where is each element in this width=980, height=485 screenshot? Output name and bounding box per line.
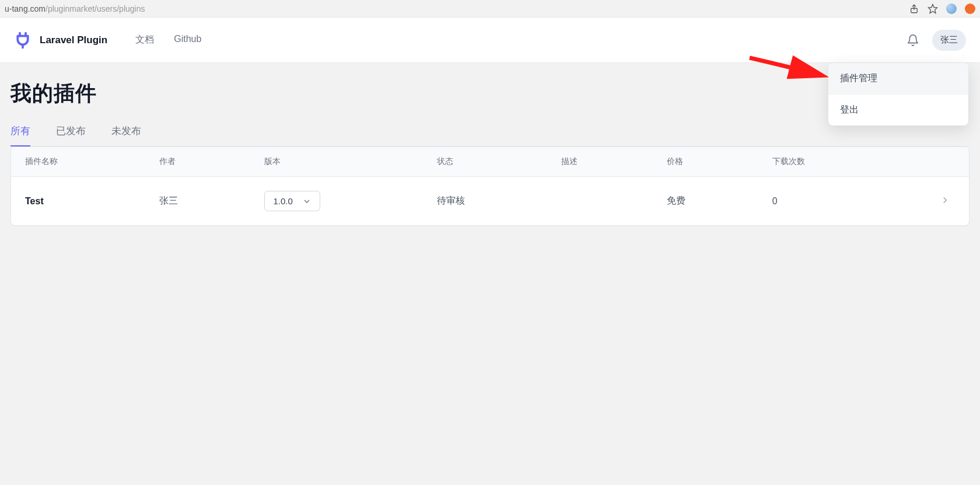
cell-author: 张三 [145,177,251,226]
th-price: 价格 [653,147,758,177]
tab-all[interactable]: 所有 [10,124,30,146]
th-description: 描述 [547,147,653,177]
browser-toolbar-icons [909,4,975,14]
url-path: /pluginmarket/users/plugins [46,4,145,13]
svg-marker-1 [929,4,937,13]
tab-unpublished[interactable]: 未发布 [111,124,141,146]
user-menu-button[interactable]: 张三 [932,30,966,51]
plugins-table: 插件名称 作者 版本 状态 描述 价格 下载次数 Test 张三 1.0.0 [10,146,970,226]
bell-icon[interactable] [907,34,919,47]
user-name: 张三 [940,34,958,46]
th-downloads: 下载次数 [758,147,892,177]
brand-name: Laravel Plugin [40,34,107,46]
chevron-right-icon[interactable] [940,195,950,205]
version-select[interactable]: 1.0.0 [264,191,320,211]
nav-links: 文档 Github [135,34,201,46]
logo-section[interactable]: Laravel Plugin [14,32,107,49]
th-status: 状态 [423,147,547,177]
version-value: 1.0.0 [273,196,292,206]
table-row[interactable]: Test 张三 1.0.0 待审核 免费 0 [11,177,969,226]
page-title: 我的插件 [10,79,970,108]
cell-name: Test [11,177,145,226]
cell-downloads: 0 [758,177,892,226]
cell-price: 免费 [653,177,758,226]
plug-icon [14,32,32,49]
dropdown-item-plugin-manage[interactable]: 插件管理 [828,63,968,95]
nav-link-github[interactable]: Github [174,34,201,46]
cell-status: 待审核 [423,177,547,226]
url-text: u-tang.com/pluginmarket/users/plugins [5,4,145,13]
th-author: 作者 [145,147,251,177]
star-icon[interactable] [928,4,938,14]
header-right: 张三 [907,30,966,51]
cell-action [892,177,969,226]
browser-circle-icon-2[interactable] [965,4,975,14]
th-name: 插件名称 [11,147,145,177]
cell-description [547,177,653,226]
browser-circle-icon-1[interactable] [946,4,957,14]
nav-link-docs[interactable]: 文档 [135,34,154,46]
table-header-row: 插件名称 作者 版本 状态 描述 价格 下载次数 [11,147,969,177]
th-version: 版本 [250,147,423,177]
browser-address-bar: u-tang.com/pluginmarket/users/plugins [0,0,980,18]
tabs: 所有 已发布 未发布 [10,124,970,146]
cell-version: 1.0.0 [250,177,423,226]
user-dropdown: 插件管理 登出 [828,63,968,125]
url-host: u-tang.com [5,4,46,13]
app-header: Laravel Plugin 文档 Github 张三 插件管理 登出 [0,18,980,63]
chevron-down-icon [302,197,312,206]
tab-published[interactable]: 已发布 [56,124,86,146]
th-actions [892,147,969,177]
share-icon[interactable] [909,4,919,14]
dropdown-item-logout[interactable]: 登出 [828,95,968,125]
